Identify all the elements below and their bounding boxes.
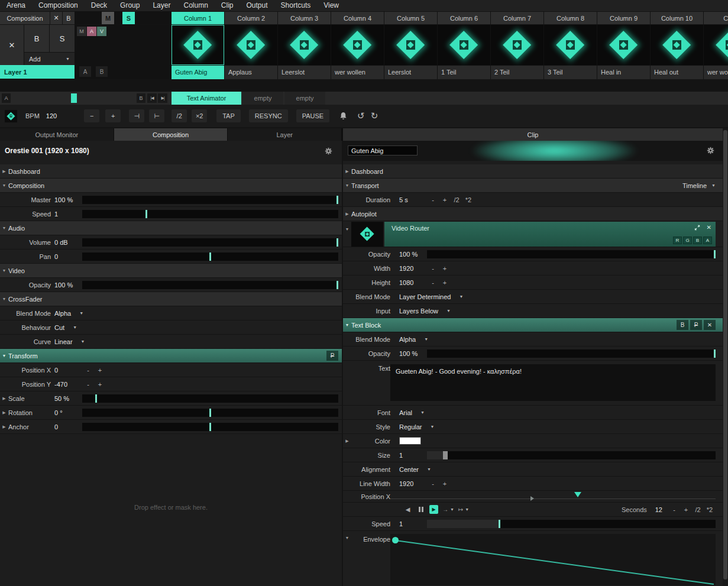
clip-label[interactable]: Guten Abig <box>172 66 224 79</box>
bpm-double-button[interactable]: ×2 <box>192 109 207 122</box>
undo-icon[interactable]: ↺ <box>357 111 365 121</box>
menu-clip[interactable]: Clip <box>215 0 240 11</box>
clip-label[interactable]: 2 Teil <box>491 66 543 79</box>
row-value[interactable]: Layer Determined <box>399 293 451 300</box>
row-value[interactable]: 0 <box>54 367 82 374</box>
row-value[interactable]: Cut <box>54 324 64 331</box>
clip-thumbnail[interactable] <box>278 25 331 65</box>
gear-icon[interactable] <box>707 147 714 154</box>
chevron-down-icon[interactable]: ▼ <box>459 294 463 299</box>
slider-handle[interactable] <box>337 238 338 247</box>
menu-composition[interactable]: Composition <box>32 0 85 11</box>
chevron-down-icon[interactable]: ▼ <box>0 297 8 301</box>
layer-add-dropdown[interactable]: Add ▼ <box>24 53 75 65</box>
slider-handle[interactable] <box>714 349 716 358</box>
chevron-right-icon[interactable]: ▶ <box>0 396 8 401</box>
row-value[interactable]: 0 <box>54 423 82 430</box>
row-value[interactable]: 1920 <box>399 480 427 487</box>
column-header-column-4[interactable]: Column 4 <box>331 12 384 24</box>
slider-opacity-5[interactable] <box>427 250 716 258</box>
timeline-flag-marker[interactable] <box>574 492 581 497</box>
clip-label[interactable]: Heal in <box>597 66 650 79</box>
menu-layer[interactable]: Layer <box>146 0 177 11</box>
row-value[interactable]: Regular <box>399 423 422 430</box>
slider-handle[interactable] <box>714 250 716 258</box>
clip-thumbnail[interactable] <box>225 25 277 65</box>
layer-bypass-button[interactable]: B <box>24 25 49 52</box>
halve-button[interactable]: /2 <box>692 506 704 513</box>
menu-output[interactable]: Output <box>240 0 274 11</box>
slider-volume-5[interactable] <box>82 238 338 247</box>
chevron-down-icon[interactable]: ▼ <box>73 325 77 329</box>
chevron-down-icon[interactable]: ▼ <box>0 268 8 273</box>
row-value[interactable]: 5 s <box>399 196 427 203</box>
clip-label[interactable]: wer wo <box>704 66 728 79</box>
row-value[interactable]: 0 <box>54 253 82 260</box>
clip-thumbnail[interactable] <box>597 25 650 65</box>
column-header-column-6[interactable]: Column 6 <box>438 12 490 24</box>
composition-deck-tab[interactable]: Composition <box>0 12 50 24</box>
header-button-item[interactable]: ✕ <box>704 320 716 330</box>
slider-handle[interactable] <box>209 252 211 261</box>
slider-handle[interactable] <box>209 423 211 431</box>
chevron-right-icon[interactable]: ▶ <box>0 425 8 429</box>
increase-button[interactable]: + <box>439 279 451 286</box>
row-value[interactable]: Alpha <box>54 310 71 317</box>
decrease-button[interactable]: - <box>427 265 439 272</box>
row-value[interactable]: 1 <box>399 452 427 459</box>
chevron-down-icon[interactable]: ▼ <box>427 467 431 471</box>
row-value[interactable]: 1 <box>399 520 427 527</box>
slider-handle[interactable] <box>337 196 338 204</box>
chevron-down-icon[interactable]: ▼ <box>81 339 85 344</box>
composition-bypass-button[interactable]: B <box>63 12 75 24</box>
menu-column[interactable]: Column <box>177 0 214 11</box>
slider-speed-22[interactable] <box>427 520 716 528</box>
row-value[interactable]: Linear <box>54 338 73 345</box>
row-value[interactable]: 0 ° <box>54 409 82 416</box>
column-header-column-7[interactable]: Column 7 <box>491 12 543 24</box>
slider-opacity-12[interactable] <box>427 349 716 358</box>
slider-opacity-8[interactable] <box>82 281 338 289</box>
increase-button[interactable]: + <box>439 265 451 272</box>
layer-a-toggle[interactable]: A <box>87 27 96 36</box>
row-value[interactable]: 1920 <box>399 265 427 272</box>
increase-button[interactable]: + <box>94 381 106 388</box>
chevron-down-icon[interactable]: ▼ <box>424 337 428 341</box>
tab-composition[interactable]: Composition <box>114 128 228 141</box>
slider-rotation-17[interactable] <box>82 409 338 417</box>
clip-name-input[interactable] <box>348 145 418 156</box>
slider-handle[interactable] <box>209 409 211 417</box>
menu-view[interactable]: View <box>317 0 345 11</box>
bpm-value[interactable]: 120 <box>46 112 57 119</box>
row-value[interactable]: 50 % <box>54 395 82 402</box>
decrease-button[interactable]: - <box>82 381 94 388</box>
tab-layer[interactable]: Layer <box>228 128 342 141</box>
menu-shortcuts[interactable]: Shortcuts <box>274 0 318 11</box>
slider-master-2[interactable] <box>82 196 338 204</box>
bpm-increase-button[interactable]: + <box>105 109 121 122</box>
close-icon[interactable]: ✕ <box>707 224 711 231</box>
column-header-column-10[interactable]: Column 10 <box>651 12 703 24</box>
clip-label[interactable]: Leerslot <box>278 66 331 79</box>
layer-clear-button[interactable]: ✕ <box>0 25 24 65</box>
header-button-p[interactable]: P <box>690 320 702 330</box>
tab-clip[interactable]: Clip <box>343 128 723 141</box>
redo-icon[interactable]: ↻ <box>371 111 378 121</box>
effect-thumbnail[interactable] <box>351 222 383 247</box>
chevron-down-icon[interactable]: ▼ <box>343 531 351 540</box>
clip-label[interactable]: Applaus <box>225 66 277 79</box>
column-header-column-5[interactable]: Column 5 <box>384 12 437 24</box>
master-solo-button[interactable]: S <box>122 12 135 24</box>
color-swatch[interactable] <box>399 437 421 445</box>
menu-group[interactable]: Group <box>114 0 146 11</box>
envelope-point[interactable] <box>392 537 399 543</box>
previous-deck-icon[interactable]: |◀ <box>147 93 157 103</box>
layer-name[interactable]: Layer 1 <box>0 65 75 79</box>
slider-handle[interactable] <box>337 281 338 289</box>
param-timeline-track[interactable] <box>390 492 716 501</box>
halve-button[interactable]: /2 <box>451 196 462 203</box>
clip-thumbnail[interactable] <box>384 25 437 65</box>
header-button-p[interactable]: P <box>326 351 338 361</box>
chevron-down-icon[interactable]: ▼ <box>420 410 425 415</box>
channel-r-toggle[interactable]: R <box>673 237 682 244</box>
